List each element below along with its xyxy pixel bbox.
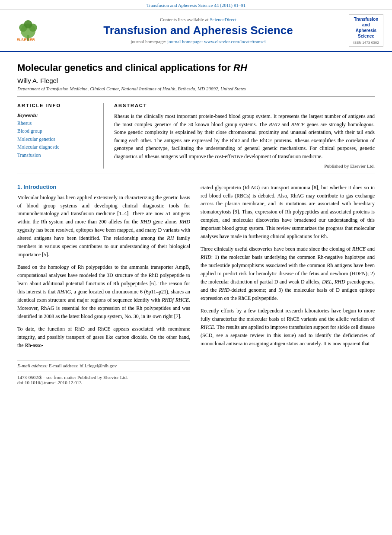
thumb-subtitle: ISSN 1473-0502 [351,41,381,45]
content-area: Molecular genetics and clinical applicat… [0,62,392,385]
body-left-column: 1. Introduction Molecular biology has be… [17,184,190,385]
divider-2 [17,173,375,173]
keyword-molecular-genetics[interactable]: Molecular genetics [17,135,96,143]
article-title: Molecular genetics and clinical applicat… [17,62,375,73]
article-title-text: Molecular genetics and clinical applicat… [17,62,233,73]
divider-1 [17,96,375,97]
elsevier-tree-icon: ELSEVIER [15,19,41,42]
email-address[interactable]: E-mail address: bill.flegel@nih.gov [49,363,117,368]
keywords-label: Keywords: [17,112,96,118]
affiliation: Department of Transfusion Medicine, Clin… [17,86,375,91]
elsevier-logo: ELSEVIER [9,19,48,42]
article-info-abstract: ARTICLE INFO Keywords: Rhesus Blood grou… [17,103,375,169]
right-para2: Three clinically useful discoveries have… [201,245,375,303]
journal-name: Transfusion and Apheresis Science [48,24,349,37]
journal-header: ELSEVIER Contents lists available at Sci… [0,10,392,52]
article-info-heading: ARTICLE INFO [17,103,96,108]
journal-title-section: Contents lists available at ScienceDirec… [48,17,349,44]
keyword-molecular-diagnostic[interactable]: Molecular diagnostic [17,143,96,151]
keyword-rhesus[interactable]: Rhesus [17,119,96,127]
keywords-list: Rhesus Blood group Molecular genetics Mo… [17,119,96,159]
keyword-transfusion[interactable]: Transfusion [17,151,96,159]
journal-thumbnail: TransfusionandApheresisScience ISSN 1473… [349,14,383,47]
journal-homepage: journal homepage: journal homepage: www.… [48,39,349,44]
email-footnote: E-mail address: E-mail address: bill.fle… [17,363,190,368]
homepage-url[interactable]: journal homepage: www.elsevier.com/locat… [167,39,266,44]
bottom-info: 1473-0502/$ – see front matter Published… [17,372,190,385]
thumb-journal-name: TransfusionandApheresisScience [351,16,381,39]
intro-heading-text: 1. Introduction [17,184,56,190]
sciencedirect-brand[interactable]: ScienceDirect [210,17,236,22]
right-para1: ciated glycoprotein (RhAG) can transport… [201,184,375,241]
article-info-panel: ARTICLE INFO Keywords: Rhesus Blood grou… [17,103,104,169]
published-by: Published by Elsevier Ltd. [114,163,375,169]
footnote-area: E-mail address: E-mail address: bill.fle… [17,360,190,368]
body-content: 1. Introduction Molecular biology has be… [17,184,375,385]
abstract-heading: ABSTRACT [114,103,375,108]
keyword-blood-group[interactable]: Blood group [17,127,96,135]
intro-para3: To date, the function of RhD and RhCE ap… [17,325,190,350]
abstract-section: ABSTRACT Rhesus is the clinically most i… [114,103,375,169]
right-para3: Recently efforts by a few independent re… [201,307,375,348]
svg-text:ELSEVIER: ELSEVIER [16,38,35,42]
abstract-text: Rhesus is the clinically most important … [114,112,375,161]
sciencedirect-link: Contents lists available at ScienceDirec… [48,17,349,22]
svg-point-4 [24,20,32,29]
issn-text: 1473-0502/$ – see front matter Published… [17,375,190,380]
doi-text: doi:10.1016/j.transci.2010.12.013 [17,380,190,385]
intro-para1: Molecular biology has been applied exten… [17,194,190,259]
body-right-column: ciated glycoprotein (RhAG) can transport… [201,184,375,385]
journal-citation-bar: Transfusion and Apheresis Science 44 (20… [0,0,392,10]
author-name: Willy A. Flegel [17,77,375,84]
citation-text: Transfusion and Apheresis Science 44 (20… [147,3,246,8]
intro-para2: Based on the homology of Rh polypeptides… [17,263,190,321]
article-title-italic: RH [233,62,247,73]
intro-heading: 1. Introduction [17,184,190,190]
